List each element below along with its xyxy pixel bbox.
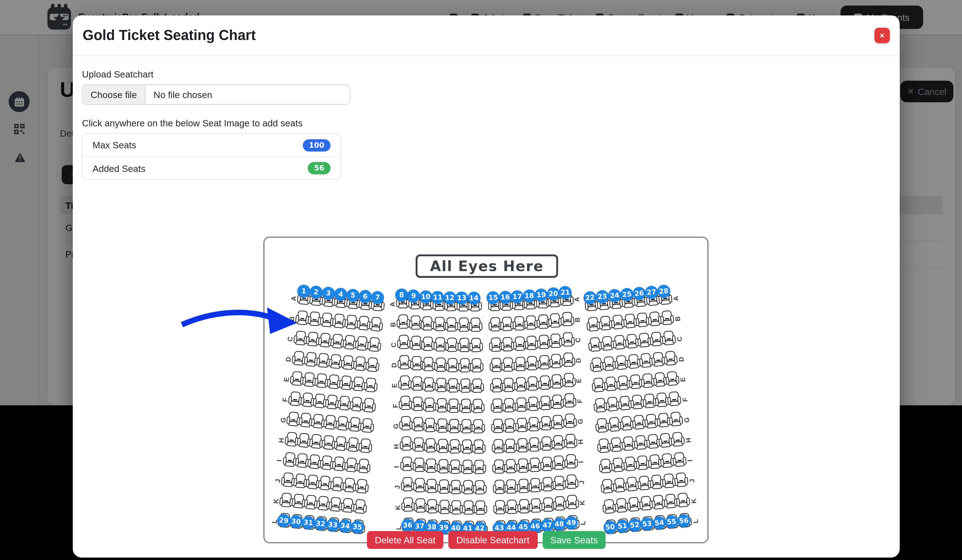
seat-left-G3[interactable]: [311, 412, 325, 434]
seat-left-F7[interactable]: [362, 396, 376, 417]
seat-center-I1[interactable]: [401, 455, 413, 476]
seat-left-C2[interactable]: [306, 330, 320, 351]
seat-left-B4[interactable]: [332, 312, 346, 333]
seat-left-H7[interactable]: [358, 437, 373, 458]
seat-left-C4[interactable]: [330, 332, 344, 354]
seat-left-B6[interactable]: [357, 314, 371, 336]
seat-center-I5[interactable]: [449, 458, 461, 479]
seat-center-G4[interactable]: [436, 417, 448, 438]
seat-left-J4[interactable]: [318, 474, 332, 495]
seat-left-F1[interactable]: [288, 390, 302, 411]
seat-right-I7[interactable]: [673, 451, 687, 472]
seat-center-B3[interactable]: [421, 315, 433, 335]
seat-left-C7[interactable]: [367, 336, 381, 357]
seat-left-B3[interactable]: [320, 311, 334, 332]
seat-center-J1[interactable]: [401, 476, 414, 496]
seat-left-J6[interactable]: [342, 476, 357, 497]
seat-left-G7[interactable]: [360, 417, 374, 438]
seat-center-E3[interactable]: [423, 376, 435, 396]
seat-left-B5[interactable]: [344, 313, 359, 335]
seat-center-F4[interactable]: [435, 397, 448, 417]
seat-center-J10[interactable]: [517, 477, 529, 498]
seat-left-J7[interactable]: [355, 477, 369, 499]
seat-center-G9[interactable]: [503, 417, 516, 438]
seat-right-D7[interactable]: [664, 349, 678, 370]
seat-left-H4[interactable]: [321, 433, 336, 455]
seat-center-I7[interactable]: [473, 458, 486, 479]
seat-left-I4[interactable]: [320, 454, 334, 475]
seat-center-H4[interactable]: [436, 437, 449, 458]
seat-center-K10[interactable]: [517, 497, 530, 518]
seat-center-B10[interactable]: [513, 315, 525, 335]
seat-center-G8[interactable]: [491, 417, 504, 438]
seat-left-C6[interactable]: [355, 335, 369, 356]
seat-center-B5[interactable]: [445, 316, 458, 336]
seat-center-C7[interactable]: [470, 336, 482, 357]
seat-left-E4[interactable]: [327, 373, 341, 394]
seat-center-A7[interactable]: 14: [469, 296, 481, 316]
seatchart-file-input[interactable]: Choose file No file chosen: [82, 84, 350, 105]
seat-center-E1[interactable]: [399, 374, 411, 394]
seat-center-F7[interactable]: [471, 397, 484, 418]
modal-close-button[interactable]: ×: [875, 28, 890, 43]
seat-center-F1[interactable]: [399, 394, 412, 415]
seat-center-G11[interactable]: [528, 415, 540, 436]
seat-center-K6[interactable]: [462, 499, 475, 520]
seat-center-G7[interactable]: [472, 418, 484, 438]
seat-center-J4[interactable]: [437, 478, 450, 499]
seat-center-D5[interactable]: [446, 356, 459, 377]
seat-left-F6[interactable]: [350, 395, 364, 417]
seat-center-I11[interactable]: [528, 456, 541, 477]
seat-center-K5[interactable]: [450, 499, 462, 519]
seat-left-I2[interactable]: [295, 452, 309, 473]
seat-center-F13[interactable]: [551, 393, 563, 414]
seat-center-J14[interactable]: [565, 473, 578, 494]
seat-center-K8[interactable]: [494, 499, 506, 519]
seat-left-D6[interactable]: [353, 355, 367, 376]
seat-left-I3[interactable]: [308, 453, 322, 474]
seat-center-H1[interactable]: [400, 435, 413, 455]
seat-center-E2[interactable]: [411, 375, 423, 396]
seat-center-B9[interactable]: [501, 315, 513, 336]
seat-center-I13[interactable]: [552, 454, 565, 475]
seat-center-F8[interactable]: [491, 397, 503, 417]
seat-center-B14[interactable]: [561, 311, 573, 331]
seat-center-D14[interactable]: [562, 351, 574, 372]
seat-center-I3[interactable]: [425, 457, 437, 478]
seat-left-K1[interactable]: [279, 491, 293, 512]
seat-center-C11[interactable]: [525, 334, 538, 355]
seat-right-E7[interactable]: [665, 369, 680, 391]
seat-center-F2[interactable]: [411, 395, 424, 416]
seat-center-F5[interactable]: [447, 397, 460, 418]
seat-center-H6[interactable]: [460, 438, 473, 459]
seat-left-D4[interactable]: [329, 352, 343, 374]
seat-center-B6[interactable]: [457, 316, 470, 337]
seat-center-J13[interactable]: [553, 475, 565, 495]
seat-left-A4[interactable]: 4: [334, 292, 348, 313]
seat-left-C5[interactable]: [342, 333, 357, 355]
seat-left-G6[interactable]: [348, 415, 362, 437]
seat-left-D3[interactable]: [316, 351, 330, 373]
seat-center-C5[interactable]: [446, 336, 458, 357]
seat-center-F10[interactable]: [515, 396, 528, 417]
seat-center-G6[interactable]: [460, 417, 472, 438]
seat-left-G2[interactable]: [299, 411, 313, 433]
seat-center-K11[interactable]: [529, 497, 542, 518]
seat-left-E1[interactable]: [290, 369, 304, 391]
seat-left-A1[interactable]: 1: [297, 289, 311, 310]
seat-center-A13[interactable]: 20: [548, 291, 560, 312]
seat-center-G10[interactable]: [515, 417, 528, 437]
seat-left-K4[interactable]: [316, 494, 330, 515]
seat-center-E4[interactable]: [434, 377, 447, 397]
seat-center-D7[interactable]: [470, 357, 483, 377]
seat-center-E9[interactable]: [502, 377, 515, 397]
seat-center-E13[interactable]: [550, 373, 563, 393]
seat-center-B8[interactable]: [489, 315, 501, 336]
seat-center-J7[interactable]: [473, 479, 486, 499]
seat-left-H6[interactable]: [346, 436, 360, 457]
seat-center-J6[interactable]: [462, 479, 474, 499]
seat-center-C12[interactable]: [537, 333, 550, 354]
seat-center-D10[interactable]: [514, 355, 526, 376]
disable-seatchart-button[interactable]: Disable Seatchart: [449, 531, 537, 549]
seat-center-C8[interactable]: [489, 336, 502, 357]
